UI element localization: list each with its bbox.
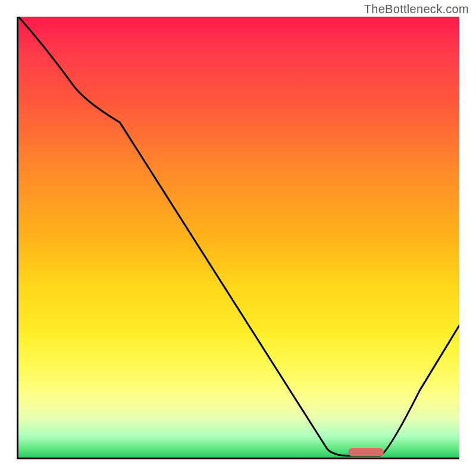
optimal-range-marker (348, 448, 384, 456)
chart-plot-area (17, 17, 459, 459)
bottleneck-curve (18, 17, 459, 458)
watermark-text: TheBottleneck.com (364, 2, 469, 16)
